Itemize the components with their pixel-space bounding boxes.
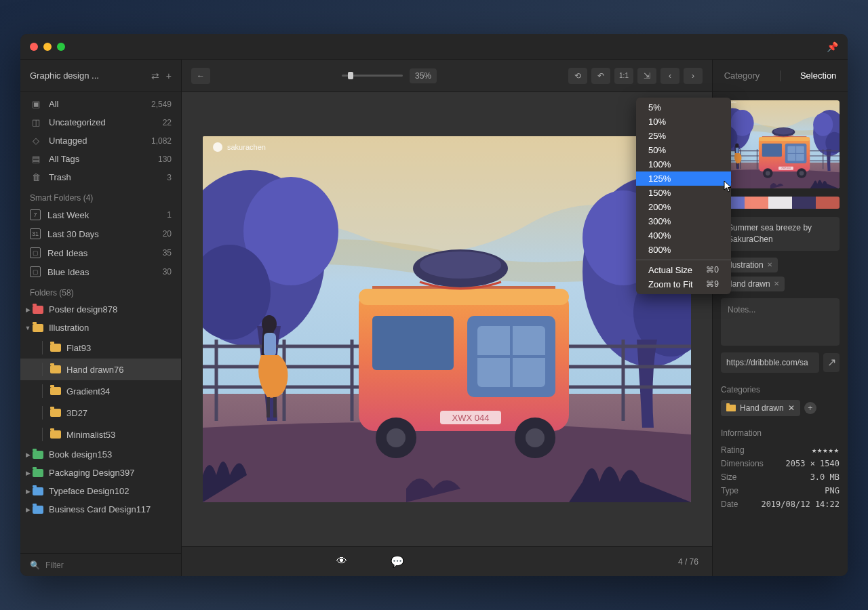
folder-item[interactable]: ▶Business Card Design117 [20, 500, 181, 518]
folder-icon [50, 409, 61, 417]
view-mode-eye-icon[interactable]: 👁 [328, 551, 355, 572]
library-item[interactable]: ▣All2,549 [20, 95, 181, 113]
svg-point-45 [813, 113, 833, 136]
zoom-option[interactable]: 400% [636, 228, 731, 243]
svg-rect-34 [264, 333, 276, 357]
view-mode-comment-icon[interactable]: 💬 [382, 551, 412, 572]
smart-folder-item[interactable]: 31Last 30 Days20 [20, 224, 181, 243]
expand-icon[interactable]: ▶ [23, 506, 33, 513]
zoom-slider[interactable] [342, 75, 403, 77]
subfolder-item[interactable]: Hand drawn76 [20, 359, 181, 380]
minimize-button[interactable] [43, 43, 52, 51]
color-swatch[interactable] [792, 197, 816, 209]
next-button[interactable]: › [684, 68, 703, 84]
prev-button[interactable]: ‹ [660, 68, 679, 84]
cursor-icon [724, 180, 733, 192]
filter-input[interactable] [45, 561, 172, 570]
category-tag[interactable]: Hand drawn ✕ [721, 400, 800, 416]
folder-icon [33, 487, 43, 495]
subfolder-item[interactable]: Minimalist53 [20, 424, 181, 445]
expand-icon[interactable]: ▶ [23, 470, 33, 476]
folder-item[interactable]: ▶Typeface Design102 [20, 482, 181, 500]
expand-icon[interactable]: ▶ [23, 488, 33, 495]
library-item[interactable]: ▤All Tags130 [20, 150, 181, 168]
notes-field[interactable]: Notes... [721, 298, 840, 346]
canvas[interactable]: XWX 044 sakurachen [182, 92, 712, 546]
smart-folder-item[interactable]: 7Last Week1 [20, 205, 181, 224]
maximize-button[interactable] [57, 43, 65, 51]
zoom-option[interactable]: 50% [636, 143, 731, 157]
color-swatch[interactable] [816, 197, 840, 209]
smart-folder-icon: 7 [30, 209, 41, 220]
library-item[interactable]: ◇Untagged1,082 [20, 131, 181, 150]
smart-folder-item[interactable]: ▢Red Ideas35 [20, 243, 181, 262]
zoom-option[interactable]: 10% [636, 115, 731, 129]
subfolder-item[interactable]: Gradient34 [20, 380, 181, 402]
library-title: Graphic design ... [30, 70, 144, 81]
folder-icon [33, 306, 43, 314]
zoom-option[interactable]: 125% [636, 171, 731, 186]
add-icon[interactable]: + [166, 70, 172, 81]
titlebar: 📌 [20, 34, 848, 60]
zoom-option[interactable]: 800% [636, 243, 731, 257]
smart-folder-item[interactable]: ▢Blue Ideas30 [20, 262, 181, 281]
subfolder-item[interactable]: 3D27 [20, 402, 181, 424]
tab-category[interactable]: Category [722, 66, 763, 85]
back-button[interactable]: ← [191, 68, 210, 84]
sidebar-header: Graphic design ... ⇄ + [20, 60, 181, 92]
expand-icon[interactable]: ▶ [23, 451, 33, 458]
svg-point-32 [420, 251, 501, 279]
toolbar: ← 35% ⟲ ↶ 1:1 ⇲ ‹ › [182, 60, 712, 92]
folder-item[interactable]: ▼Illustration [20, 319, 181, 337]
folder-icon [33, 324, 43, 332]
zoom-action[interactable]: Actual Size⌘0 [636, 263, 731, 277]
folder-item[interactable]: ▶Book design153 [20, 445, 181, 464]
remove-tag-icon[interactable]: ✕ [767, 261, 772, 268]
smart-folder-icon: ▢ [30, 247, 41, 258]
color-swatch[interactable] [745, 197, 768, 209]
sidebar: Graphic design ... ⇄ + ▣All2,549◫Uncateg… [20, 60, 182, 576]
svg-point-30 [526, 428, 545, 447]
folder-icon [50, 387, 61, 395]
subfolder-item[interactable]: Flat93 [20, 337, 181, 359]
svg-text:XWX 044: XWX 044 [781, 167, 791, 169]
tab-selection[interactable]: Selection [797, 66, 839, 85]
add-category-button[interactable]: + [804, 402, 816, 414]
information-label: Information [721, 428, 840, 438]
color-swatch[interactable] [768, 197, 792, 209]
actual-size-button[interactable]: 1:1 [614, 68, 633, 84]
swap-icon[interactable]: ⇄ [151, 70, 159, 81]
thumbnail[interactable]: XWX 044 sakurachen [721, 100, 840, 188]
title-field[interactable]: Summer sea breeze by SakuraChen [721, 217, 840, 251]
folder-item[interactable]: ▶Poster design878 [20, 300, 181, 319]
rating-stars[interactable]: ★★★★★ [812, 445, 840, 455]
expand-icon[interactable]: ▶ [23, 306, 33, 313]
open-link-icon[interactable]: ↗ [823, 353, 840, 372]
folder-icon [50, 430, 61, 439]
close-button[interactable] [30, 43, 38, 51]
zoom-option[interactable]: 200% [636, 200, 731, 214]
zoom-option[interactable]: 150% [636, 186, 731, 200]
remove-category-icon[interactable]: ✕ [788, 403, 795, 413]
zoom-label[interactable]: 35% [410, 68, 437, 83]
zoom-option[interactable]: 300% [636, 214, 731, 228]
rotate-button[interactable]: ⟲ [568, 68, 587, 84]
svg-rect-20 [372, 316, 454, 370]
folder-item[interactable]: ▶Packaging Design397 [20, 464, 181, 482]
app-window: 📌 Graphic design ... ⇄ + ▣All2,549◫Uncat… [20, 34, 848, 576]
zoom-control: 35% [342, 68, 437, 83]
remove-tag-icon[interactable]: ✕ [774, 280, 779, 287]
zoom-option[interactable]: 100% [636, 157, 731, 171]
undo-button[interactable]: ↶ [591, 68, 610, 84]
smart-folders-header: Smart Folders (4) [20, 186, 181, 205]
zoom-option[interactable]: 5% [636, 100, 731, 115]
library-item[interactable]: ◫Uncategorized22 [20, 113, 181, 131]
collapse-button[interactable]: ⇲ [637, 68, 656, 84]
zoom-option[interactable]: 25% [636, 129, 731, 143]
expand-icon[interactable]: ▼ [23, 325, 33, 331]
library-item[interactable]: 🗑Trash3 [20, 168, 181, 186]
svg-rect-58 [759, 137, 810, 141]
pin-icon[interactable]: 📌 [827, 41, 838, 52]
url-field[interactable]: https://dribbble.com/sa [721, 352, 819, 373]
zoom-action[interactable]: Zoom to Fit⌘9 [636, 277, 731, 291]
